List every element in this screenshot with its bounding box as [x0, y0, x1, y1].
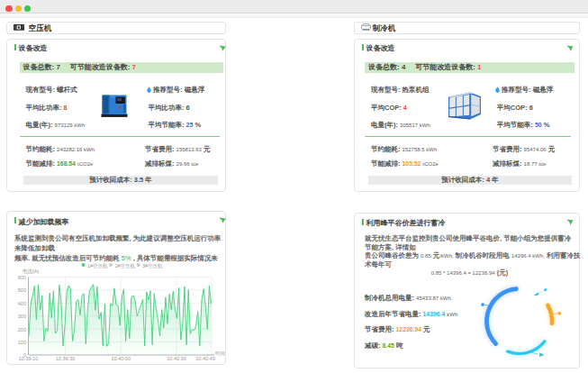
svg-text:10:40:00: 10:40:00 — [112, 356, 131, 361]
svg-text:10:39:10: 10:39:10 — [19, 356, 38, 361]
svg-text:300: 300 — [18, 314, 26, 319]
svg-text:10:39:30: 10:39:30 — [56, 356, 75, 361]
svg-text:10:40:49: 10:40:49 — [195, 356, 214, 361]
svg-text:200: 200 — [18, 327, 26, 332]
svg-text:400: 400 — [18, 301, 26, 306]
svg-text:600: 600 — [18, 275, 26, 280]
svg-text:3#空压机: 3#空压机 — [142, 263, 163, 269]
svg-text:100: 100 — [18, 340, 26, 345]
svg-text:500: 500 — [18, 287, 26, 293]
svg-text:10:40:30: 10:40:30 — [167, 356, 185, 361]
svg-text:时间: 时间 — [215, 350, 225, 357]
svg-text:2#空压机: 2#空压机 — [115, 263, 136, 269]
svg-text:1#空压机: 1#空压机 — [87, 263, 108, 269]
